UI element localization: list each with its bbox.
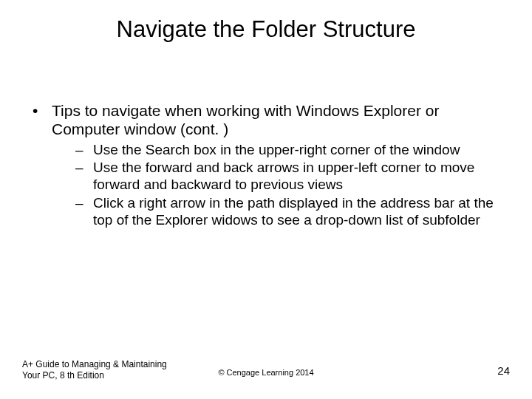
footer-page-number: 24	[497, 364, 510, 377]
slide-body: Tips to navigate when working with Windo…	[22, 102, 510, 231]
sub-bullet-text: Use the forward and back arrows in upper…	[93, 160, 474, 192]
bullet-item: Tips to navigate when working with Windo…	[22, 102, 510, 229]
sub-bullet-item: Use the Search box in the upper-right co…	[52, 142, 510, 159]
slide-title: Navigate the Folder Structure	[0, 16, 532, 43]
bullet-list-level1: Tips to navigate when working with Windo…	[22, 102, 510, 229]
bullet-list-level2: Use the Search box in the upper-right co…	[52, 142, 510, 229]
sub-bullet-text: Use the Search box in the upper-right co…	[93, 142, 460, 157]
slide: Navigate the Folder Structure Tips to na…	[0, 0, 532, 399]
bullet-text: Tips to navigate when working with Windo…	[52, 102, 439, 137]
sub-bullet-item: Click a right arrow in the path displaye…	[52, 195, 510, 229]
sub-bullet-item: Use the forward and back arrows in upper…	[52, 160, 510, 194]
sub-bullet-text: Click a right arrow in the path displaye…	[93, 195, 494, 228]
footer-copyright: © Cengage Learning 2014	[22, 368, 510, 377]
